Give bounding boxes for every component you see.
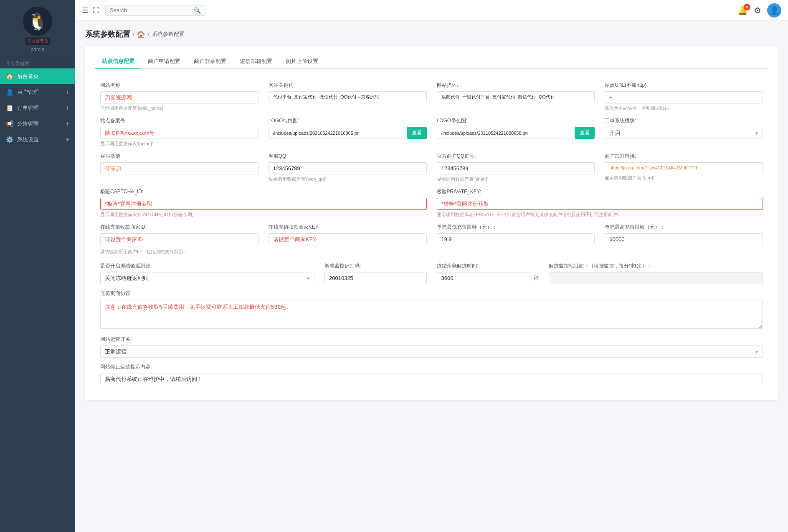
recharge-protocol-label: 充值页面协议: [100, 290, 763, 297]
site-name-input[interactable] [100, 91, 258, 103]
tab-sms-email[interactable]: 短信邮箱配置 [233, 54, 279, 69]
field-description: 网站描述: [432, 78, 600, 113]
site-stop-section: 网站停止运营提示内容: [95, 359, 768, 392]
tab-image-upload[interactable]: 图片上传设置 [279, 54, 325, 69]
field-unfreeze-code: 解冻监控识别码: [319, 258, 432, 286]
merchant-group-label: 商户加群链接: [605, 153, 763, 160]
freeze-time-label: 冻结余额解冻时间: [437, 262, 539, 270]
tab-merchant-login[interactable]: 商户登录配置 [187, 54, 233, 69]
unfreeze-code-label: 解冻监控识别码: [324, 262, 427, 270]
keywords-input[interactable] [269, 91, 427, 102]
logo-white-label: LOGO纯白图: [269, 117, 427, 124]
merchant-key-input[interactable] [269, 233, 427, 245]
sidebar-username: admin [31, 47, 45, 53]
tab-site-info[interactable]: 站点信息配置 [95, 54, 141, 69]
official-qq-hint: 显示调用数据库表'{shah}' [437, 176, 595, 182]
logo-white-input[interactable] [269, 127, 404, 139]
breadcrumb: 系统参数配置 / 🏠 / 系统参数配置 [85, 29, 778, 39]
unfreeze-monitor-label: 解冻监控地址如下（请挂监控，每分钟1次）： [549, 262, 763, 270]
field-site-name: 网站名称: 显示调用数据库表'{web_name}' [95, 78, 264, 113]
site-url-hint: 修改为本站域名，否则回调出错 [605, 105, 763, 111]
expand-icon[interactable]: ⛶ [93, 7, 99, 14]
unfreeze-monitor-input[interactable] [549, 272, 763, 284]
menu-icon[interactable]: ☰ [82, 6, 89, 15]
logo-color-view-btn[interactable]: 查看 [575, 127, 595, 139]
max-recharge-label: 单笔最高充值限额（元）： [605, 224, 763, 231]
workorder-select[interactable]: 开启 关闭 [605, 127, 763, 139]
merchant-id-input[interactable] [100, 233, 258, 245]
recharge-protocol-section: 充值页面协议: 注意：在线充值将收取%手续费用，免手续费可联系人工加款最低充值5… [95, 286, 768, 332]
field-official-qq: 官方商户QQ群号: 显示调用数据库表'{shah}' [432, 149, 600, 184]
search-input[interactable] [110, 7, 194, 13]
sidebar-item-settings-label: 系统设置 [17, 136, 39, 144]
sidebar-item-dashboard[interactable]: 🏠 后台首页 [0, 68, 75, 84]
logo-image [23, 7, 52, 36]
notification-badge: 0 [744, 4, 750, 10]
freeze-time-input[interactable] [437, 272, 532, 284]
unfreeze-code-input[interactable] [324, 272, 427, 284]
site-url-input[interactable] [605, 91, 763, 103]
sidebar-item-users-label: 用户管理 [17, 88, 39, 96]
field-merchant-key: 在线充值收款商家KEY: [264, 219, 432, 247]
form-row-5: 在线充值收款商家ID: 在线充值收款商家KEY: 单笔最低充值限额（元）： 单笔… [95, 219, 768, 247]
sidebar-item-orders[interactable]: 📋 订单管理 + [0, 100, 75, 116]
description-input[interactable] [437, 91, 595, 102]
field-workorder: 工单系统模块: 开启 关闭 [600, 113, 768, 149]
field-freeze: 是否开启冻结链返到账: 关闭冻结链返到账 开启冻结链返到账 [95, 258, 319, 286]
form-row-2: 站点备案号: 显示调用数据库表'{beian}' LOGO纯白图: 查看 LOG… [95, 113, 768, 149]
sidebar-item-users[interactable]: 👤 用户管理 + [0, 84, 75, 100]
topbar: ☰ ⛶ 🔍 🔔 0 ⚙ 👤 [75, 0, 788, 21]
min-recharge-input[interactable] [437, 233, 595, 245]
merchant-key-label: 在线充值收款商家KEY: [269, 224, 427, 231]
max-recharge-input[interactable] [605, 233, 763, 245]
field-merchant-group: 商户加群链接: 显示调用数据库表'{qun}' [600, 149, 768, 184]
icp-input[interactable] [100, 127, 258, 139]
captcha-key-label: 极验PRIVATE_KEY: [437, 188, 763, 195]
service-qq-input[interactable] [269, 162, 427, 174]
official-qq-input[interactable] [437, 162, 595, 174]
site-name-hint: 显示调用数据库表'{web_name}' [100, 105, 258, 111]
site-status-section: 网站运营开关: 正常运营 停止运营 [95, 332, 768, 359]
home-breadcrumb-icon[interactable]: 🏠 [137, 30, 145, 38]
form-row-4: 极验CAPTCHA_ID: 显示调用数据库表'{CAPTCHA_ID}' (极验… [95, 184, 768, 219]
logo-white-view-btn[interactable]: 查看 [407, 127, 427, 139]
freeze-select[interactable]: 关闭冻结链返到账 开启冻结链返到账 [100, 272, 314, 284]
site-stop-input[interactable] [100, 373, 763, 385]
sidebar-item-settings[interactable]: ⚙️ 系统设置 + [0, 132, 75, 148]
site-status-select[interactable]: 正常运营 停止运营 [100, 345, 763, 358]
logo-color-input-group: 查看 [437, 127, 595, 139]
plus-icon-announcements: + [66, 120, 69, 128]
min-recharge-label: 单笔最低充值限额（元）： [437, 224, 595, 231]
breadcrumb-current: 系统参数配置 [152, 30, 185, 38]
announcement-icon: 📢 [6, 120, 14, 128]
breadcrumb-separator: / [133, 31, 134, 38]
logo-color-label: LOGO带色图: [437, 117, 595, 124]
field-min-recharge: 单笔最低充值限额（元）： [432, 219, 600, 247]
site-stop-label: 网站停止运营提示内容: [100, 363, 763, 371]
main-wrapper: ☰ ⛶ 🔍 🔔 0 ⚙ 👤 系统参数配置 / 🏠 / 系统参数配置 [75, 0, 788, 532]
field-service-qq: 客服QQ: 显示调用数据库表'{web_qq}' [264, 149, 432, 184]
site-url-label: 站点URL(不加http): [605, 82, 763, 89]
breadcrumb-separator2: / [148, 31, 149, 38]
logo-color-input[interactable] [437, 127, 573, 139]
workorder-select-wrapper: 开启 关闭 [605, 127, 763, 139]
service-info-label: 客服微信: [100, 153, 258, 160]
merchant-group-input[interactable] [605, 162, 763, 173]
field-keywords: 网站关键词: [264, 78, 432, 113]
notification-bell[interactable]: 🔔 0 [737, 5, 748, 15]
order-icon: 📋 [6, 104, 14, 112]
tab-merchant-apply[interactable]: 商户申请配置 [141, 54, 187, 69]
avatar[interactable]: 👤 [767, 3, 781, 18]
sidebar-item-announcements[interactable]: 📢 公告管理 + [0, 116, 75, 132]
service-qq-hint: 显示调用数据库表'{web_qq}' [269, 176, 427, 182]
gear-settings-icon[interactable]: ⚙ [754, 5, 761, 15]
sidebar-item-dashboard-label: 后台首页 [17, 73, 39, 80]
service-info-input[interactable] [100, 162, 258, 174]
user-icon: 👤 [6, 88, 14, 96]
site-name-label: 网站名称: [100, 82, 258, 89]
captcha-key-input[interactable] [437, 198, 763, 210]
recharge-protocol-textarea[interactable]: 注意：在线充值将收取%手续费用，免手续费可联系人工加款最低充值500起。 [100, 300, 763, 329]
search-box[interactable]: 🔍 [105, 5, 205, 16]
captcha-id-input[interactable] [100, 198, 427, 210]
home-icon: 🏠 [6, 73, 14, 80]
